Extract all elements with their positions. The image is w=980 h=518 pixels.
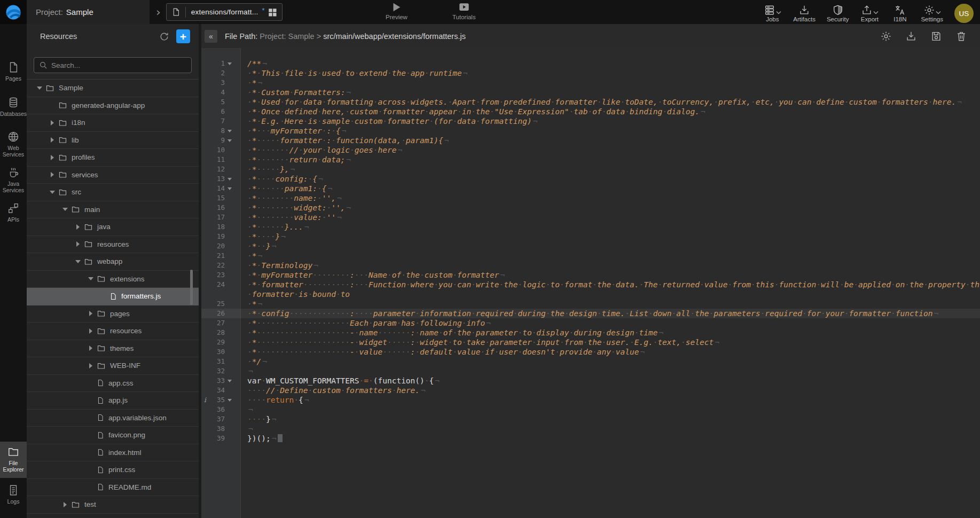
code-line-16[interactable]: 16·*········widget:·'',¬ xyxy=(201,203,980,213)
gutter-cell[interactable]: 34 xyxy=(201,386,241,395)
code-line-19[interactable]: 19·*····}¬ xyxy=(201,232,980,241)
menu-item-security[interactable]: Security xyxy=(827,3,849,22)
code-line-1[interactable]: 1/**¬ xyxy=(201,59,980,68)
tree-item-resources[interactable]: resources xyxy=(27,236,199,254)
project-strip[interactable]: Project: Sample xyxy=(27,0,150,24)
code-editor[interactable]: 1/**¬2·*·This·file·is·used·to·extend·the… xyxy=(201,48,980,518)
code-line-27[interactable]: 27·*····················Each·param·has·f… xyxy=(201,318,980,328)
gutter-cell[interactable]: 32 xyxy=(201,366,241,376)
code-line-32[interactable]: 32¬ xyxy=(201,366,980,376)
caret-collapsed-icon[interactable] xyxy=(60,502,70,507)
gutter-cell[interactable]: 38 xyxy=(201,424,241,434)
code-line-13[interactable]: 13·*····config:·{¬ xyxy=(201,174,980,184)
rail-item-web-services[interactable]: Web Services xyxy=(0,129,27,160)
code-line-31[interactable]: 31·*/¬ xyxy=(201,357,980,366)
menu-item-settings[interactable]: Settings xyxy=(921,3,943,22)
caret-collapsed-icon[interactable] xyxy=(85,311,96,316)
tree-item-profiles[interactable]: profiles xyxy=(27,149,199,167)
gutter-cell[interactable]: 15 xyxy=(201,193,241,203)
gutter-cell[interactable]: 11 xyxy=(201,155,241,164)
app-logo[interactable] xyxy=(0,0,27,24)
gutter-cell[interactable]: 9 xyxy=(201,136,241,145)
code-line-3[interactable]: 3·*¬ xyxy=(201,78,980,88)
refresh-icon[interactable] xyxy=(159,32,169,42)
gutter-cell[interactable]: 26 xyxy=(201,309,241,318)
gutter-cell[interactable]: 19 xyxy=(201,232,241,241)
user-avatar[interactable]: US xyxy=(954,4,974,23)
gutter-cell[interactable]: 37 xyxy=(201,414,241,424)
menu-item-artifacts[interactable]: Artifacts xyxy=(793,3,816,22)
tutorials-button[interactable]: Tutorials xyxy=(452,2,476,20)
code-line-26[interactable]: 26·*·config·············:····parameter·i… xyxy=(201,309,980,318)
gutter-cell[interactable]: 27 xyxy=(201,318,241,328)
gutter-cell[interactable]: i35 xyxy=(201,395,241,405)
tree-scrollbar[interactable] xyxy=(190,270,193,305)
split-view-grid-icon[interactable] xyxy=(268,7,277,17)
fold-arrow-icon[interactable] xyxy=(225,139,234,142)
gutter-cell[interactable]: 20 xyxy=(201,241,241,251)
code-line-37[interactable]: 37····}¬ xyxy=(201,414,980,424)
gutter-cell[interactable]: 18 xyxy=(201,222,241,232)
gutter-cell[interactable]: 14 xyxy=(201,184,241,193)
gutter-cell[interactable]: 31 xyxy=(201,357,241,366)
code-line-7[interactable]: 7·*·E.g.·Here·is·sample·custom·formatter… xyxy=(201,116,980,126)
tree-item-java[interactable]: java xyxy=(27,218,199,236)
fold-arrow-icon[interactable] xyxy=(225,380,234,382)
tree-item-extensions[interactable]: extensions xyxy=(27,271,199,288)
info-gutter-icon[interactable]: i xyxy=(204,395,206,405)
tree-item-lib[interactable]: lib xyxy=(27,132,199,150)
code-line-33[interactable]: 33var·WM_CUSTOM_FORMATTERS·=·(function()… xyxy=(201,376,980,386)
fold-arrow-icon[interactable] xyxy=(225,178,234,180)
tree-item-sample[interactable]: Sample xyxy=(27,80,199,97)
gutter-cell[interactable]: 21 xyxy=(201,251,241,261)
code-line-15[interactable]: 15·*········name:·'',¬ xyxy=(201,193,980,203)
fold-arrow-icon[interactable] xyxy=(225,399,234,402)
caret-expanded-icon[interactable] xyxy=(73,260,83,263)
caret-collapsed-icon[interactable] xyxy=(85,346,96,351)
tree-item-main[interactable]: main xyxy=(27,201,199,219)
code-line-21[interactable]: 21·*¬ xyxy=(201,251,980,261)
code-line-24[interactable]: 24·*·formatter··········:···Function·whe… xyxy=(201,280,980,289)
download-file-icon[interactable] xyxy=(905,30,917,42)
caret-expanded-icon[interactable] xyxy=(60,208,70,211)
preview-button[interactable]: Preview xyxy=(386,2,407,20)
tree-item-generated-angular-app[interactable]: generated-angular-app xyxy=(27,97,199,115)
caret-collapsed-icon[interactable] xyxy=(85,363,96,368)
tree-item-print.css[interactable]: print.css xyxy=(27,461,199,479)
code-line-14[interactable]: 14·*······param1:·{¬ xyxy=(201,184,980,193)
gutter-cell[interactable]: 5 xyxy=(201,97,241,107)
tree-item-resources[interactable]: resources xyxy=(27,323,199,340)
gutter-cell[interactable]: 33 xyxy=(201,376,241,386)
delete-file-icon[interactable] xyxy=(955,30,967,42)
rail-item-databases[interactable]: Databases xyxy=(0,95,27,119)
tree-item-services[interactable]: services xyxy=(27,167,199,184)
tree-item-app.variables.json[interactable]: app.variables.json xyxy=(27,410,199,427)
gutter-cell[interactable]: 2 xyxy=(201,68,241,78)
add-resource-button[interactable]: + xyxy=(176,29,190,43)
code-line-39[interactable]: 39})();¬ xyxy=(201,434,980,443)
menu-item-i18n[interactable]: I18N xyxy=(890,3,910,22)
code-line-wrap[interactable]: ·formatter·is·bound·to xyxy=(201,289,980,299)
caret-collapsed-icon[interactable] xyxy=(73,241,83,247)
fold-arrow-icon[interactable] xyxy=(225,130,234,132)
gutter-cell[interactable]: 12 xyxy=(201,164,241,174)
gutter-cell[interactable]: 6 xyxy=(201,107,241,116)
caret-expanded-icon[interactable] xyxy=(85,277,96,280)
gutter-cell[interactable]: 39 xyxy=(201,434,241,443)
caret-collapsed-icon[interactable] xyxy=(47,172,57,177)
caret-collapsed-icon[interactable] xyxy=(85,328,96,334)
tree-item-pages[interactable]: pages xyxy=(27,305,199,323)
collapse-panel-button[interactable]: « xyxy=(205,30,217,43)
code-line-6[interactable]: 6·*·Once·defined·here,·custom·formatter·… xyxy=(201,107,980,116)
code-line-17[interactable]: 17·*········value:·''¬ xyxy=(201,213,980,222)
tree-item-src[interactable]: src xyxy=(27,184,199,201)
caret-collapsed-icon[interactable] xyxy=(73,224,83,230)
tree-item-app.js[interactable]: app.js xyxy=(27,392,199,410)
gutter-cell[interactable]: 1 xyxy=(201,59,241,68)
editor-settings-gear-icon[interactable] xyxy=(880,30,892,42)
code-line-30[interactable]: 30·*····················-·value······:·d… xyxy=(201,347,980,357)
code-line-25[interactable]: 25·*¬ xyxy=(201,299,980,309)
gutter-cell[interactable]: 17 xyxy=(201,213,241,222)
tree-item-themes[interactable]: themes xyxy=(27,340,199,358)
rail-item-logs[interactable]: Logs xyxy=(0,482,27,507)
